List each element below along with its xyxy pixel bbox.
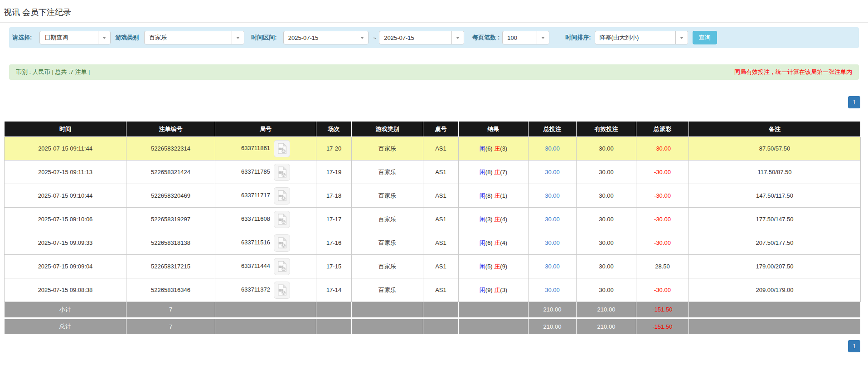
cell-session: 17-16 [316,231,352,255]
chevron-down-icon[interactable] [537,31,549,44]
video-record-button[interactable] [274,187,290,204]
date-from-value: 2025-07-15 [284,31,356,44]
cell-game-type: 百家乐 [352,208,423,231]
table-row: 2025-07-15 09:11:44 522658322314 6337118… [5,137,861,161]
cell-table-no: AS1 [423,137,459,161]
chevron-down-icon[interactable] [675,31,688,44]
table-row: 2025-07-15 09:11:13 522658321424 6337117… [5,161,861,184]
cell-table-no: AS1 [423,278,459,302]
cell-result: 闲(8) 庄(1) [459,184,529,208]
video-record-button[interactable] [274,140,290,157]
time-sort-label: 时间排序: [565,34,591,42]
cell-remark: 207.50/177.50 [689,231,861,255]
result-player-label: 闲 [480,239,485,246]
subtotal-row: 小计 7 210.00 210.00 -151.50 [5,302,861,318]
search-button[interactable]: 查询 [693,31,717,44]
header-time: 时间 [5,122,126,137]
cell-game-type: 百家乐 [352,231,423,255]
query-type-value: 日期查询 [40,31,98,44]
range-separator: ~ [369,34,379,41]
date-from-select[interactable]: 2025-07-15 [283,31,369,44]
time-range-label: 时间区间: [251,34,276,42]
cell-valid-bet: 30.00 [577,255,636,278]
result-player-score: (3) [485,216,493,223]
result-player-score: (8) [485,169,493,175]
cell-table-no: AS1 [423,208,459,231]
date-to-select[interactable]: 2025-07-15 [379,31,464,44]
result-banker-score: (9) [500,263,507,270]
cell-game-type: 百家乐 [352,278,423,302]
result-banker-label: 庄 [494,145,500,152]
header-bet-id: 注单编号 [126,122,215,137]
chevron-down-icon[interactable] [232,31,244,44]
cell-session: 17-18 [316,184,352,208]
cell-time: 2025-07-15 09:09:04 [5,255,126,278]
video-record-button[interactable] [274,258,290,275]
result-player-score: (9) [485,287,493,293]
round-id-value: 633711444 [241,263,270,269]
result-player-label: 闲 [480,192,485,199]
chevron-down-icon[interactable] [356,31,368,44]
cell-result: 闲(8) 庄(7) [459,161,529,184]
page-1-button[interactable]: 1 [848,340,860,352]
cell-table-no: AS1 [423,184,459,208]
cell-bet-id: 522658320469 [126,184,215,208]
video-record-button[interactable] [274,282,290,299]
cell-round-id: 633711608 [215,208,316,231]
video-record-button[interactable] [274,234,290,252]
query-type-select[interactable]: 日期查询 [39,31,111,44]
page-1-button[interactable]: 1 [848,96,860,108]
date-to-value: 2025-07-15 [379,31,451,44]
game-type-select[interactable]: 百家乐 [144,31,244,44]
time-sort-select[interactable]: 降幂(由大到小) [595,31,688,44]
cell-total-bet-link[interactable]: 30.00 [529,184,577,208]
cell-time: 2025-07-15 09:10:44 [5,184,126,208]
cell-valid-bet: 30.00 [577,161,636,184]
cell-valid-bet: 30.00 [577,231,636,255]
cell-total-bet-link[interactable]: 30.00 [529,208,577,231]
cell-table-no: AS1 [423,255,459,278]
cell-session: 17-17 [316,208,352,231]
result-banker-label: 庄 [494,216,500,223]
grand-total-row: 总计 7 210.00 210.00 -151.50 [5,318,861,335]
cell-remark: 147.50/117.50 [689,184,861,208]
result-banker-score: (4) [500,239,507,246]
chevron-down-icon[interactable] [451,31,464,44]
header-result: 结果 [459,122,529,137]
result-banker-label: 庄 [494,239,500,246]
cell-round-id: 633711785 [215,161,316,184]
per-page-select[interactable]: 100 [502,31,549,44]
cell-table-no: AS1 [423,231,459,255]
grand-total-valid-bet: 210.00 [577,318,636,335]
cell-payout: 28.50 [636,255,689,278]
cell-total-bet-link[interactable]: 30.00 [529,137,577,161]
cell-time: 2025-07-15 09:11:44 [5,137,126,161]
pagination-top: 1 [0,96,860,108]
valid-bet-notice: 同局有效投注，统一计算在该局第一张注单内 [734,68,852,76]
video-file-icon [277,284,287,296]
round-id-value: 633711372 [241,286,270,293]
result-banker-score: (7) [500,169,507,175]
chevron-down-icon[interactable] [98,31,110,44]
cell-result: 闲(5) 庄(9) [459,255,529,278]
header-payout: 总派彩 [636,122,689,137]
table-header: 时间 注单编号 局号 场次 游戏类别 桌号 结果 总投注 有效投注 总派彩 备注 [5,122,861,137]
cell-time: 2025-07-15 09:09:33 [5,231,126,255]
cell-total-bet-link[interactable]: 30.00 [529,278,577,302]
cell-time: 2025-07-15 09:10:06 [5,208,126,231]
cell-total-bet-link[interactable]: 30.00 [529,161,577,184]
result-banker-label: 庄 [494,287,500,293]
video-record-button[interactable] [274,164,290,181]
video-record-button[interactable] [274,211,290,228]
cell-game-type: 百家乐 [352,255,423,278]
round-id-value: 633711516 [241,239,270,246]
header-total-bet: 总投注 [529,122,577,137]
result-player-label: 闲 [480,216,485,223]
cell-session: 17-20 [316,137,352,161]
video-file-icon [277,237,287,248]
table-row: 2025-07-15 09:08:38 522658316346 6337113… [5,278,861,302]
cell-total-bet-link[interactable]: 30.00 [529,231,577,255]
cell-total-bet-link[interactable]: 30.00 [529,255,577,278]
result-player-label: 闲 [480,287,485,293]
cell-valid-bet: 30.00 [577,278,636,302]
